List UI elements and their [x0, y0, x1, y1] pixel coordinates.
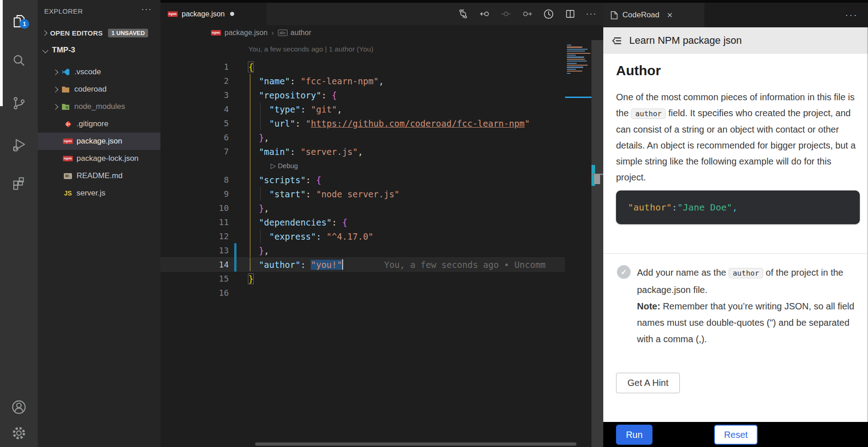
file-tree-item-coderoad[interactable]: coderoad [38, 81, 160, 98]
gutter-spacer [234, 272, 236, 286]
minimap-line [567, 55, 576, 56]
file-tree-item--gitignore[interactable]: .gitignore [38, 115, 160, 133]
code-comma: , [732, 202, 738, 213]
code-text: }, [248, 246, 269, 256]
code-line-10[interactable]: 10 }, [160, 201, 565, 215]
code-line-6[interactable]: 6 }, [160, 130, 565, 144]
code-line-5[interactable]: 5 "url": "https://github.com/coderoad/fc… [160, 116, 565, 130]
minimap[interactable] [565, 40, 591, 447]
vscode-file-icon [61, 68, 70, 76]
code-line-13[interactable]: 13 }, [160, 243, 565, 257]
code-line-2[interactable]: 2 "name": "fcc-learn-npm", [160, 74, 565, 88]
settings-gear-icon[interactable] [0, 419, 38, 447]
token-stru: https://github.com/coderoad/fcc-learn-np… [311, 118, 524, 128]
inline-code-chip: author [631, 108, 666, 119]
code-line-11[interactable]: 11 "dependencies": { [160, 215, 565, 229]
codelens-row[interactable]: ▷ Debug [160, 159, 565, 173]
minimap-line [567, 71, 582, 72]
token-p: , [358, 147, 363, 157]
task-text: Add your name as the author of the proje… [637, 264, 857, 347]
accounts-icon[interactable] [0, 393, 38, 421]
token-p: , [264, 246, 269, 256]
overview-ruler[interactable] [591, 40, 603, 447]
code-text: }, [248, 133, 269, 143]
token-key: "express" [269, 231, 316, 241]
minimap-line [567, 63, 577, 64]
panel-more-icon[interactable]: ··· [845, 10, 858, 20]
tutorial-content: Author One of the most common pieces of … [603, 54, 868, 422]
line-number: 6 [160, 133, 229, 142]
gutter-spacer [234, 286, 236, 300]
codelens-debug-link[interactable]: ▷ Debug [271, 162, 298, 170]
debug-inactive-icon[interactable] [500, 9, 511, 20]
code-line-9[interactable]: 9 "start": "node server.js" [160, 187, 565, 201]
git-blame-header[interactable]: You, a few seconds ago | 1 author (You) [248, 45, 373, 53]
run-debug-icon[interactable] [0, 131, 38, 159]
file-name: coderoad [74, 85, 107, 94]
menu-back-icon[interactable] [611, 35, 623, 47]
code-text: "name": "fcc-learn-npm", [248, 76, 384, 86]
reset-button[interactable]: Reset [714, 425, 758, 445]
file-tree-item-node-modules[interactable]: node_modules [38, 98, 160, 115]
extensions-icon[interactable] [0, 169, 38, 196]
file-tree-item-server-js[interactable]: JSserver.js [38, 185, 160, 202]
code-line-7[interactable]: 7 "main": "server.js", [160, 144, 565, 159]
code-line-4[interactable]: 4 "type": "git", [160, 102, 565, 116]
token-str: "node server.js" [316, 189, 400, 199]
code-line-3[interactable]: 3 "repository": { [160, 88, 565, 102]
code-line-12[interactable]: 12 "express": "^4.17.0" [160, 229, 565, 243]
gutter-spacer [234, 60, 236, 74]
line-number: 8 [160, 175, 229, 185]
minimap-line [567, 57, 584, 57]
coderoad-tab-title: CodeRoad [622, 10, 659, 20]
code-line-15[interactable]: 15} [160, 272, 565, 286]
breadcrumb-item-file[interactable]: package.json [225, 29, 267, 37]
tutorial-header: Learn NPM package json [603, 27, 868, 54]
code-text: "repository": { [248, 90, 337, 100]
code-editor[interactable]: You, a few seconds ago | 1 author (You) … [160, 40, 603, 447]
code-value: "Jane Doe" [677, 202, 732, 213]
chevron-right-icon [41, 30, 47, 36]
workspace-root-folder[interactable]: TMP-3 [38, 42, 160, 58]
minimap-line [567, 53, 591, 54]
npm-file-icon: npm [168, 11, 178, 17]
action-bar: Run Reset [603, 422, 868, 447]
code-line-16[interactable]: 16 [160, 286, 565, 300]
file-tree-item--vscode[interactable]: .vscode [38, 63, 160, 81]
run-timer-icon[interactable] [543, 9, 554, 20]
close-icon[interactable]: ✕ [667, 11, 673, 20]
code-line-14[interactable]: 14 "author": "you!"You, a few seconds ag… [160, 257, 565, 272]
token-p: : [332, 217, 342, 227]
tab-package-json[interactable]: npm package.json [160, 3, 266, 25]
navigate-back-icon[interactable] [479, 9, 490, 20]
sidebar-more-icon[interactable]: ··· [141, 5, 152, 14]
token-key: "author" [259, 260, 301, 270]
dirty-indicator-icon[interactable] [230, 12, 234, 16]
explorer-icon[interactable] [0, 7, 38, 35]
coderoad-panel: CodeRoad ✕ ··· Learn NPM package json Au… [603, 0, 868, 447]
tab-coderoad[interactable]: CodeRoad ✕ [603, 3, 704, 27]
scrollbar-thumb[interactable] [594, 174, 600, 184]
run-button[interactable]: Run [616, 425, 652, 445]
lesson-paragraph: One of the most common pieces of informa… [616, 89, 857, 185]
code-lines[interactable]: 1{2 "name": "fcc-learn-npm",3 "repositor… [160, 60, 565, 300]
get-hint-button[interactable]: Get A Hint [616, 373, 680, 393]
source-control-icon[interactable] [0, 89, 38, 117]
file-tree-item-package-lock-json[interactable]: npmpackage-lock.json [38, 150, 160, 167]
code-text: "url": "https://github.com/coderoad/fcc-… [248, 118, 530, 128]
gutter-modified-icon [234, 243, 236, 257]
code-line-1[interactable]: 1{ [160, 60, 565, 74]
file-tree-item-package-json[interactable]: npmpackage.json [38, 133, 160, 150]
code-line-8[interactable]: 8 "scripts": { [160, 173, 565, 187]
navigate-forward-icon[interactable] [522, 9, 533, 20]
inline-code-chip: author [729, 268, 763, 278]
breadcrumb-item-symbol[interactable]: author [291, 29, 311, 37]
open-editors-section[interactable]: OPEN EDITORS 1 UNSAVED [38, 24, 160, 41]
activity-bar: 1 [0, 0, 38, 447]
horizontal-scrollbar[interactable] [255, 442, 576, 446]
more-actions-icon[interactable]: ··· [586, 9, 597, 20]
file-tree-item-README-md[interactable]: M↓README.md [38, 167, 160, 185]
split-editor-icon[interactable] [565, 9, 575, 20]
compare-changes-icon[interactable] [457, 9, 468, 20]
search-icon[interactable] [0, 47, 38, 74]
